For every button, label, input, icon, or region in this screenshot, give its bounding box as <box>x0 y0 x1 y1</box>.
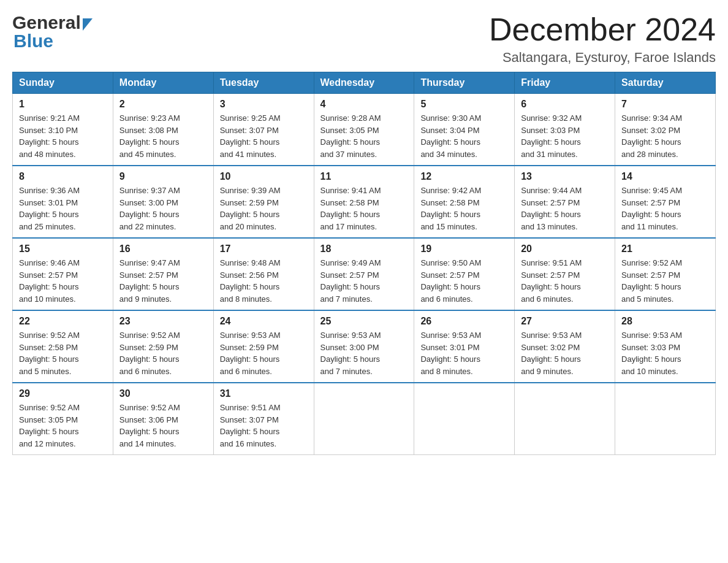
day-info: Sunrise: 9:53 AM Sunset: 3:00 PM Dayligh… <box>320 329 408 377</box>
day-info: Sunrise: 9:25 AM Sunset: 3:07 PM Dayligh… <box>220 112 308 160</box>
calendar-cell: 3 Sunrise: 9:25 AM Sunset: 3:07 PM Dayli… <box>213 94 314 166</box>
day-number: 31 <box>220 388 308 399</box>
calendar-day-header: Saturday <box>615 72 716 94</box>
day-number: 5 <box>420 99 508 110</box>
day-number: 8 <box>19 171 107 182</box>
calendar-cell: 19 Sunrise: 9:50 AM Sunset: 2:57 PM Dayl… <box>414 238 515 310</box>
calendar-cell: 14 Sunrise: 9:45 AM Sunset: 2:57 PM Dayl… <box>615 166 716 238</box>
calendar-day-header: Friday <box>515 72 615 94</box>
calendar-cell: 20 Sunrise: 9:51 AM Sunset: 2:57 PM Dayl… <box>515 238 615 310</box>
calendar-cell: 2 Sunrise: 9:23 AM Sunset: 3:08 PM Dayli… <box>113 94 213 166</box>
calendar-cell: 10 Sunrise: 9:39 AM Sunset: 2:59 PM Dayl… <box>213 166 314 238</box>
calendar-day-header: Thursday <box>414 72 515 94</box>
calendar-cell: 28 Sunrise: 9:53 AM Sunset: 3:03 PM Dayl… <box>615 310 716 383</box>
day-number: 12 <box>420 171 508 182</box>
page-header: General Blue December 2024 Saltangara, E… <box>12 12 716 66</box>
calendar-cell: 29 Sunrise: 9:52 AM Sunset: 3:05 PM Dayl… <box>13 383 113 455</box>
logo-general-text: General <box>12 12 81 33</box>
calendar-cell: 13 Sunrise: 9:44 AM Sunset: 2:57 PM Dayl… <box>515 166 615 238</box>
day-info: Sunrise: 9:53 AM Sunset: 3:03 PM Dayligh… <box>621 329 709 377</box>
calendar-cell: 11 Sunrise: 9:41 AM Sunset: 2:58 PM Dayl… <box>314 166 414 238</box>
day-number: 27 <box>521 316 609 327</box>
calendar-cell: 31 Sunrise: 9:51 AM Sunset: 3:07 PM Dayl… <box>213 383 314 455</box>
day-number: 26 <box>420 316 508 327</box>
logo-triangle-icon <box>83 18 93 31</box>
calendar-cell: 30 Sunrise: 9:52 AM Sunset: 3:06 PM Dayl… <box>113 383 213 455</box>
day-number: 28 <box>621 316 709 327</box>
day-number: 22 <box>19 316 107 327</box>
day-number: 20 <box>521 243 609 255</box>
calendar-week-row: 22 Sunrise: 9:52 AM Sunset: 2:58 PM Dayl… <box>13 310 716 383</box>
title-section: December 2024 Saltangara, Eysturoy, Faro… <box>489 12 716 66</box>
day-number: 2 <box>119 99 207 110</box>
calendar-cell: 25 Sunrise: 9:53 AM Sunset: 3:00 PM Dayl… <box>314 310 414 383</box>
calendar-cell: 22 Sunrise: 9:52 AM Sunset: 2:58 PM Dayl… <box>13 310 113 383</box>
day-number: 18 <box>320 243 408 255</box>
calendar-day-header: Sunday <box>13 72 113 94</box>
day-info: Sunrise: 9:53 AM Sunset: 3:02 PM Dayligh… <box>521 329 609 377</box>
day-number: 16 <box>119 243 207 255</box>
day-info: Sunrise: 9:52 AM Sunset: 2:58 PM Dayligh… <box>19 329 107 377</box>
day-number: 13 <box>521 171 609 182</box>
calendar-cell: 9 Sunrise: 9:37 AM Sunset: 3:00 PM Dayli… <box>113 166 213 238</box>
day-info: Sunrise: 9:41 AM Sunset: 2:58 PM Dayligh… <box>320 185 408 232</box>
calendar-cell <box>515 383 615 455</box>
calendar-cell: 6 Sunrise: 9:32 AM Sunset: 3:03 PM Dayli… <box>515 94 615 166</box>
day-info: Sunrise: 9:53 AM Sunset: 3:01 PM Dayligh… <box>420 329 508 377</box>
day-number: 10 <box>220 171 308 182</box>
calendar-cell: 12 Sunrise: 9:42 AM Sunset: 2:58 PM Dayl… <box>414 166 515 238</box>
day-info: Sunrise: 9:45 AM Sunset: 2:57 PM Dayligh… <box>621 185 709 232</box>
day-number: 19 <box>420 243 508 255</box>
calendar-cell <box>314 383 414 455</box>
day-info: Sunrise: 9:51 AM Sunset: 3:07 PM Dayligh… <box>220 402 308 450</box>
day-number: 21 <box>621 243 709 255</box>
day-info: Sunrise: 9:34 AM Sunset: 3:02 PM Dayligh… <box>621 112 709 160</box>
calendar-cell: 17 Sunrise: 9:48 AM Sunset: 2:56 PM Dayl… <box>213 238 314 310</box>
day-number: 6 <box>521 99 609 110</box>
calendar-day-header: Monday <box>113 72 213 94</box>
calendar-cell: 18 Sunrise: 9:49 AM Sunset: 2:57 PM Dayl… <box>314 238 414 310</box>
calendar-week-row: 29 Sunrise: 9:52 AM Sunset: 3:05 PM Dayl… <box>13 383 716 455</box>
day-info: Sunrise: 9:52 AM Sunset: 2:59 PM Dayligh… <box>119 329 207 377</box>
day-info: Sunrise: 9:46 AM Sunset: 2:57 PM Dayligh… <box>19 257 107 305</box>
calendar-cell: 24 Sunrise: 9:53 AM Sunset: 2:59 PM Dayl… <box>213 310 314 383</box>
day-number: 30 <box>119 388 207 399</box>
day-info: Sunrise: 9:36 AM Sunset: 3:01 PM Dayligh… <box>19 185 107 232</box>
day-number: 7 <box>621 99 709 110</box>
day-info: Sunrise: 9:23 AM Sunset: 3:08 PM Dayligh… <box>119 112 207 160</box>
calendar-week-row: 15 Sunrise: 9:46 AM Sunset: 2:57 PM Dayl… <box>13 238 716 310</box>
day-info: Sunrise: 9:52 AM Sunset: 3:06 PM Dayligh… <box>119 402 207 450</box>
day-number: 25 <box>320 316 408 327</box>
calendar-cell: 26 Sunrise: 9:53 AM Sunset: 3:01 PM Dayl… <box>414 310 515 383</box>
day-number: 1 <box>19 99 107 110</box>
day-info: Sunrise: 9:44 AM Sunset: 2:57 PM Dayligh… <box>521 185 609 232</box>
calendar-cell: 21 Sunrise: 9:52 AM Sunset: 2:57 PM Dayl… <box>615 238 716 310</box>
calendar-cell: 15 Sunrise: 9:46 AM Sunset: 2:57 PM Dayl… <box>13 238 113 310</box>
logo: General Blue <box>12 12 93 52</box>
day-info: Sunrise: 9:52 AM Sunset: 2:57 PM Dayligh… <box>621 257 709 305</box>
calendar-cell: 7 Sunrise: 9:34 AM Sunset: 3:02 PM Dayli… <box>615 94 716 166</box>
day-number: 14 <box>621 171 709 182</box>
day-info: Sunrise: 9:51 AM Sunset: 2:57 PM Dayligh… <box>521 257 609 305</box>
day-number: 24 <box>220 316 308 327</box>
day-info: Sunrise: 9:39 AM Sunset: 2:59 PM Dayligh… <box>220 185 308 232</box>
day-info: Sunrise: 9:37 AM Sunset: 3:00 PM Dayligh… <box>119 185 207 232</box>
calendar-cell: 4 Sunrise: 9:28 AM Sunset: 3:05 PM Dayli… <box>314 94 414 166</box>
calendar-cell: 16 Sunrise: 9:47 AM Sunset: 2:57 PM Dayl… <box>113 238 213 310</box>
day-info: Sunrise: 9:42 AM Sunset: 2:58 PM Dayligh… <box>420 185 508 232</box>
day-info: Sunrise: 9:53 AM Sunset: 2:59 PM Dayligh… <box>220 329 308 377</box>
calendar-cell: 5 Sunrise: 9:30 AM Sunset: 3:04 PM Dayli… <box>414 94 515 166</box>
day-info: Sunrise: 9:52 AM Sunset: 3:05 PM Dayligh… <box>19 402 107 450</box>
day-number: 4 <box>320 99 408 110</box>
calendar-day-header: Tuesday <box>213 72 314 94</box>
day-info: Sunrise: 9:30 AM Sunset: 3:04 PM Dayligh… <box>420 112 508 160</box>
day-number: 29 <box>19 388 107 399</box>
subtitle: Saltangara, Eysturoy, Faroe Islands <box>489 50 716 66</box>
day-info: Sunrise: 9:50 AM Sunset: 2:57 PM Dayligh… <box>420 257 508 305</box>
calendar-cell: 27 Sunrise: 9:53 AM Sunset: 3:02 PM Dayl… <box>515 310 615 383</box>
logo-blue-text: Blue <box>13 31 53 52</box>
calendar-cell <box>414 383 515 455</box>
day-number: 23 <box>119 316 207 327</box>
calendar-week-row: 1 Sunrise: 9:21 AM Sunset: 3:10 PM Dayli… <box>13 94 716 166</box>
day-info: Sunrise: 9:32 AM Sunset: 3:03 PM Dayligh… <box>521 112 609 160</box>
